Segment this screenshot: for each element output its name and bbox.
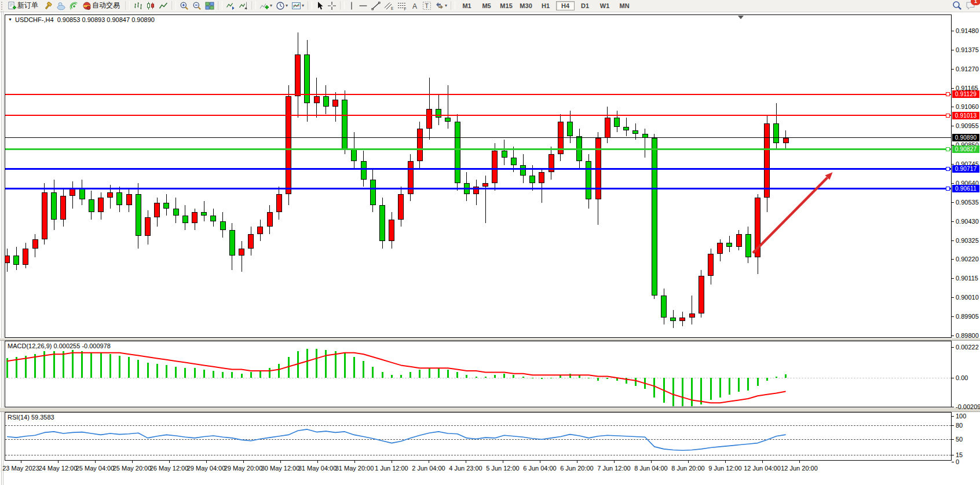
text-label-tool[interactable]: T (421, 1, 433, 10)
time-tick (169, 461, 170, 463)
horizontal-line-icon (359, 1, 368, 10)
chat-button[interactable]: 1 (964, 1, 977, 10)
fibonacci-tool[interactable]: F (396, 1, 408, 10)
price-badge-0.90717: 0.90717 (952, 165, 979, 173)
toolbar-separator (451, 1, 455, 10)
autotrade-button[interactable]: 自动交易 (81, 1, 123, 10)
trendline-icon (371, 1, 381, 10)
timeframe-M15[interactable]: M15 (497, 1, 515, 10)
timeframe-M30[interactable]: M30 (517, 1, 535, 10)
price-tick-label: 0.91060 (956, 103, 979, 110)
cursor-button[interactable] (315, 1, 325, 10)
macd-histogram-bar (297, 351, 299, 378)
macd-histogram-bar (213, 371, 214, 378)
macd-histogram-bar (231, 372, 233, 378)
community-button[interactable] (55, 1, 67, 10)
new-order-button[interactable]: 新订单 (6, 1, 41, 10)
macd-histogram-bar (757, 378, 759, 386)
time-tick (95, 461, 96, 463)
panel-splitter[interactable] (0, 407, 980, 412)
time-label: 1 Jun 12:00 (375, 465, 408, 472)
channel-tool[interactable]: E (383, 1, 395, 10)
macd-histogram-bar (747, 378, 749, 391)
horizontal-line-tool[interactable] (357, 1, 369, 10)
macd-histogram-bar (400, 375, 402, 378)
hline-handle[interactable] (946, 167, 950, 171)
autotrade-label[interactable]: 自动交易 (92, 1, 120, 10)
timeframe-H4[interactable]: H4 (556, 1, 575, 10)
timeframe-H1[interactable]: H1 (536, 1, 555, 10)
time-tick (21, 461, 21, 463)
candle-wick (242, 241, 242, 272)
macd-histogram-bar (569, 374, 571, 378)
hline-handle[interactable] (946, 92, 950, 96)
time-label: 30 May 12:00 (261, 465, 300, 472)
timeframe-M1[interactable]: M1 (458, 1, 476, 10)
zoom-out-button[interactable] (191, 1, 203, 10)
hline-0.90611[interactable] (5, 188, 951, 189)
toolbar-right-tools: 1 (950, 1, 978, 10)
macd-histogram-bar (43, 351, 45, 378)
candle (32, 239, 38, 249)
rsi-panel-area[interactable] (5, 413, 951, 460)
chart-shift-marker[interactable] (738, 16, 744, 19)
candle (689, 313, 695, 317)
signals-button[interactable] (68, 1, 80, 10)
search-button[interactable] (951, 1, 963, 10)
candle (136, 194, 141, 236)
crosshair-button[interactable] (326, 1, 338, 10)
vertical-line-tool[interactable] (347, 1, 356, 10)
macd-panel-area[interactable] (5, 341, 951, 407)
shapes-tool[interactable]: ▾ (434, 1, 448, 10)
hline-0.91129[interactable] (5, 94, 951, 95)
candle (304, 54, 310, 104)
chart-shift-button[interactable] (237, 1, 249, 10)
timeframe-MN[interactable]: MN (615, 1, 634, 10)
new-order-label[interactable]: 新订单 (17, 1, 38, 10)
timeframe-W1[interactable]: W1 (595, 1, 614, 10)
candle (23, 249, 28, 265)
zoom-in-button[interactable] (178, 1, 190, 10)
macd-zero-line (5, 378, 951, 379)
rsi-level-15 (5, 455, 951, 456)
price-tick-label: 0.91480 (956, 27, 979, 34)
candlestick-chart-button[interactable] (145, 1, 156, 10)
tile-windows-button[interactable] (204, 1, 215, 10)
toolbar-separator (308, 1, 312, 10)
crosshair-icon (327, 1, 337, 10)
candle (708, 254, 714, 276)
templates-button[interactable]: ▾ (290, 1, 305, 10)
candle (182, 216, 188, 223)
macd-histogram-bar (382, 372, 383, 378)
window-border (0, 12, 980, 12)
periods-button[interactable]: ▾ (275, 1, 289, 10)
price-badge-0.90827: 0.90827 (952, 145, 979, 153)
price-tick (952, 31, 954, 31)
panel-splitter[interactable] (0, 338, 980, 341)
notification-badge[interactable]: 1 (971, 0, 980, 5)
hline-0.91013[interactable] (5, 115, 951, 116)
time-label: 29 May 04:00 (187, 465, 226, 472)
hline-handle[interactable] (946, 147, 950, 151)
candle (163, 203, 169, 208)
gavel-button[interactable] (42, 1, 54, 10)
macd-histogram-bar (466, 375, 467, 378)
timeframe-D1[interactable]: D1 (576, 1, 594, 10)
vertical-line-icon (348, 1, 355, 10)
bar-chart-button[interactable] (132, 1, 144, 10)
indicators-button[interactable]: ▾ (258, 1, 273, 10)
timeframe-M5[interactable]: M5 (477, 1, 496, 10)
trendline-tool[interactable] (370, 1, 382, 10)
hline-0.90717[interactable] (5, 168, 951, 170)
main-chart-area[interactable] (5, 15, 951, 337)
auto-scroll-button[interactable] (225, 1, 236, 10)
time-label: 23 May 2023 (2, 465, 39, 472)
candle-wick (448, 85, 448, 129)
hline-handle[interactable] (946, 187, 950, 191)
hline-handle[interactable] (946, 114, 950, 118)
text-tool[interactable]: A (409, 1, 420, 10)
line-chart-button[interactable] (158, 1, 169, 10)
chevron-down-icon[interactable]: ▼ (8, 17, 12, 21)
hline-0.90890[interactable] (5, 137, 951, 138)
hline-0.90827[interactable] (5, 148, 951, 150)
